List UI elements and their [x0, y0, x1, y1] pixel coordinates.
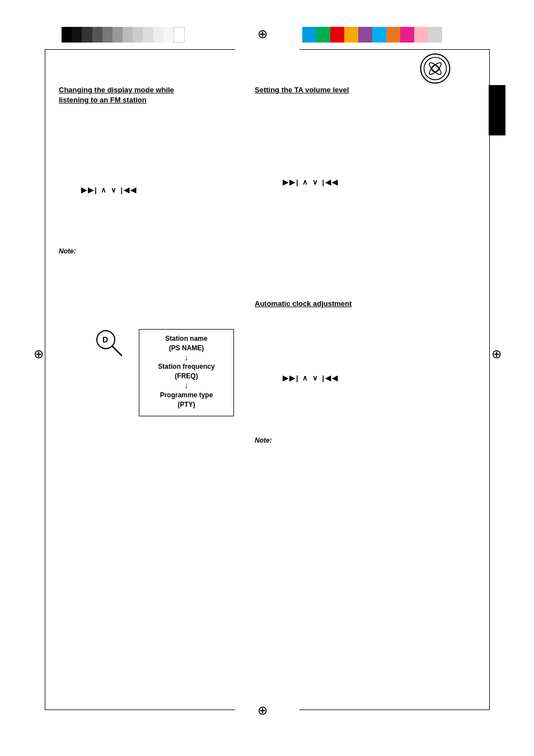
diagram-item-1: Station name(PS NAME): [146, 334, 227, 353]
logo-icon: [420, 53, 451, 84]
colorbar-grayscale: [62, 27, 185, 43]
note-label-left: Note:: [59, 247, 76, 255]
border-top-left: [45, 49, 235, 50]
border-right: [489, 49, 490, 710]
diagram-item-2: Station frequency(FREQ): [146, 362, 227, 381]
left-control-symbols: ▶▶| ∧ ∨ |◀◀: [81, 186, 137, 194]
svg-point-0: [421, 54, 450, 83]
crosshair-top: ⊕: [257, 27, 268, 41]
right-control-symbols-top: ▶▶| ∧ ∨ |◀◀: [283, 178, 339, 186]
crosshair-right: ⊕: [491, 347, 502, 361]
diagram-arrow-2: ↓: [146, 381, 227, 391]
svg-point-1: [424, 58, 447, 80]
colorbar-color: [302, 27, 442, 43]
diagram-item-3: Programme type(PTY): [146, 391, 227, 410]
border-bottom-right: [299, 710, 490, 710]
diagram-arrow-1: ↓: [146, 353, 227, 363]
border-top-right: [299, 49, 490, 50]
display-diagram: Station name(PS NAME) ↓ Station frequenc…: [139, 329, 234, 416]
crosshair-left: ⊕: [34, 347, 44, 361]
right-section-heading-bottom: Automatic clock adjustment: [255, 299, 352, 309]
magnifier-icon: D: [93, 327, 124, 360]
page-tab: [489, 85, 505, 135]
crosshair-bottom: ⊕: [257, 703, 268, 718]
svg-text:D: D: [102, 335, 108, 344]
right-control-symbols-middle: ▶▶| ∧ ∨ |◀◀: [283, 374, 339, 382]
note-label-right: Note:: [255, 436, 272, 444]
left-section-heading: Changing the display mode whilelistening…: [59, 85, 174, 105]
svg-line-5: [112, 346, 121, 355]
border-left: [45, 49, 46, 710]
border-bottom-left: [45, 710, 235, 710]
right-section-heading-top: Setting the TA volume level: [255, 85, 349, 95]
